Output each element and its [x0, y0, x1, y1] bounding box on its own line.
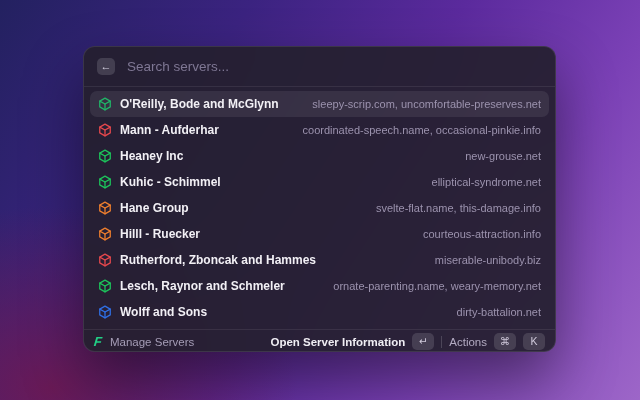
server-name: O'Reilly, Bode and McGlynn: [120, 97, 279, 111]
actions-menu-button[interactable]: Actions: [449, 336, 487, 348]
server-domains: dirty-battalion.net: [457, 306, 541, 318]
footer-actions-divider: [441, 336, 442, 348]
server-domains: miserable-unibody.biz: [435, 254, 541, 266]
cube-icon: [98, 253, 112, 267]
server-name: Kuhic - Schimmel: [120, 175, 221, 189]
list-item[interactable]: Hane Group svelte-flat.name, this-damage…: [90, 195, 549, 221]
cube-icon: [98, 97, 112, 111]
list-item[interactable]: Hilll - Ruecker courteous-attraction.inf…: [90, 221, 549, 247]
list-item[interactable]: Kuhic - Schimmel elliptical-syndrome.net: [90, 169, 549, 195]
enter-key-icon: ↵: [412, 333, 434, 350]
search-bar: ←: [84, 47, 555, 86]
open-server-information-action[interactable]: Open Server Information: [270, 336, 405, 348]
cube-icon: [98, 227, 112, 241]
server-domains: courteous-attraction.info: [423, 228, 541, 240]
cube-icon: [98, 279, 112, 293]
server-list: O'Reilly, Bode and McGlynn sleepy-scrip.…: [84, 87, 555, 329]
back-arrow-icon: ←: [101, 61, 112, 72]
list-item[interactable]: O'Reilly, Bode and McGlynn sleepy-scrip.…: [90, 91, 549, 117]
server-name: Wolff and Sons: [120, 305, 207, 319]
server-domains: new-grouse.net: [465, 150, 541, 162]
server-domains: svelte-flat.name, this-damage.info: [376, 202, 541, 214]
list-item[interactable]: Rutherford, Zboncak and Hammes miserable…: [90, 247, 549, 273]
server-name: Hilll - Ruecker: [120, 227, 200, 241]
cmd-key-icon: ⌘: [494, 333, 516, 350]
back-button[interactable]: ←: [97, 58, 115, 75]
footer-actions: Open Server Information ↵ Actions ⌘ K: [270, 333, 545, 350]
desktop-background: { "window": { "search": { "placeholder":…: [0, 0, 640, 400]
list-item[interactable]: Lesch, Raynor and Schmeler ornate-parent…: [90, 273, 549, 299]
forge-logo-icon: F: [93, 335, 102, 348]
k-key-icon: K: [523, 333, 545, 350]
list-item[interactable]: Wolff and Sons dirty-battalion.net: [90, 299, 549, 325]
cube-icon: [98, 175, 112, 189]
list-item[interactable]: Heaney Inc new-grouse.net: [90, 143, 549, 169]
server-domains: elliptical-syndrome.net: [432, 176, 541, 188]
server-domains: ornate-parenting.name, weary-memory.net: [333, 280, 541, 292]
server-name: Heaney Inc: [120, 149, 183, 163]
server-name: Lesch, Raynor and Schmeler: [120, 279, 285, 293]
server-domains: coordinated-speech.name, occasional-pink…: [303, 124, 541, 136]
server-name: Mann - Aufderhar: [120, 123, 219, 137]
cube-icon: [98, 149, 112, 163]
cube-icon: [98, 201, 112, 215]
footer: F Manage Servers Open Server Information…: [84, 330, 555, 352]
cube-icon: [98, 305, 112, 319]
search-input[interactable]: [125, 58, 542, 75]
command-palette-window: ← O'Reilly, Bode and McGlynn sleepy-scri…: [83, 46, 556, 352]
server-name: Hane Group: [120, 201, 189, 215]
server-name: Rutherford, Zboncak and Hammes: [120, 253, 316, 267]
server-domains: sleepy-scrip.com, uncomfortable-preserve…: [312, 98, 541, 110]
cube-icon: [98, 123, 112, 137]
footer-left-label: Manage Servers: [110, 336, 194, 348]
list-item[interactable]: Mann - Aufderhar coordinated-speech.name…: [90, 117, 549, 143]
